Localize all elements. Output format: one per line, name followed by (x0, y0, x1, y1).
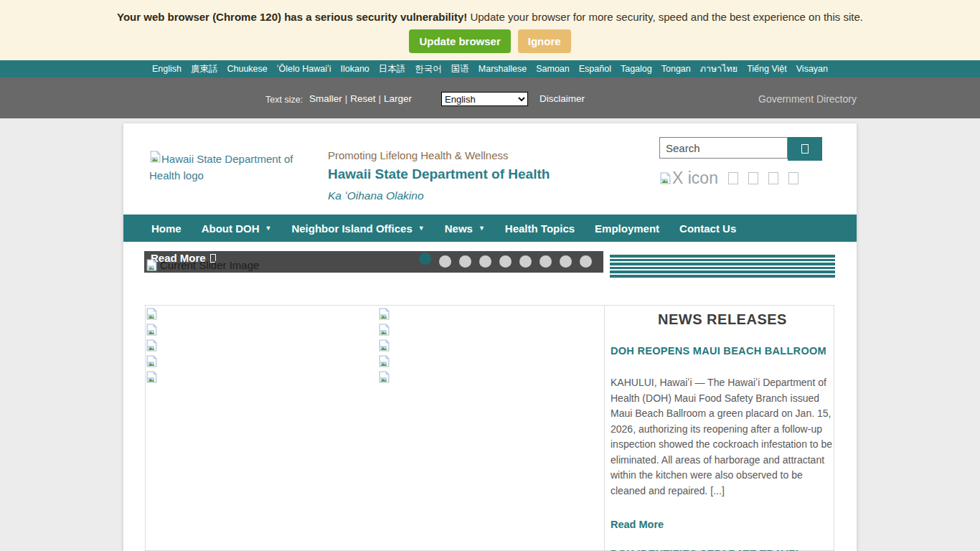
chevron-down-icon: ▼ (265, 225, 272, 232)
main-navigation-list: HomeAbout DOH▼Neighbor Island Offices▼Ne… (123, 215, 857, 242)
nav-item-label: Employment (595, 222, 659, 235)
site-subtitle: Ka ʻOihana Olakino (328, 189, 550, 202)
social-icon-placeholder[interactable] (748, 172, 758, 184)
stripes-decoration (610, 255, 835, 278)
language-link[interactable]: English (152, 64, 182, 74)
language-link[interactable]: Visayan (796, 64, 828, 74)
social-icon-placeholder[interactable] (768, 172, 778, 184)
content-box: NEWS RELEASES DOH REOPENS MAUI BEACH BAL… (145, 305, 834, 551)
slider-dot[interactable] (479, 255, 491, 268)
news-articles-container: DOH REOPENS MAUI BEACH BALLROOMKAHULUI, … (611, 344, 834, 551)
government-directory-link[interactable]: Government Directory (758, 93, 857, 105)
news-read-more-link[interactable]: Read More (611, 519, 664, 530)
broken-image-icon (378, 371, 390, 383)
slider-image-alt-text: Current Slider Image (160, 259, 259, 271)
language-select[interactable]: English (441, 92, 528, 106)
browser-warning-banner: Your web browser (Chrome 120) has a seri… (0, 0, 980, 60)
search-input[interactable] (659, 137, 788, 159)
language-link[interactable]: 한국어 (415, 63, 442, 75)
nav-item[interactable]: News▼ (445, 222, 485, 235)
nav-item[interactable]: Home (151, 222, 182, 235)
language-link[interactable]: 廣東話 (191, 63, 218, 75)
broken-image-icon (146, 355, 158, 367)
news-article-headline[interactable]: DOH REOPENS MAUI BEACH BALLROOM (611, 344, 834, 358)
browser-warning-bold-text: Your web browser (Chrome 120) has a seri… (117, 11, 467, 23)
image-slider: Read More Current Slider Image (144, 251, 603, 273)
slider-dot[interactable] (560, 255, 572, 268)
x-social-link[interactable]: X icon (672, 169, 718, 188)
language-link[interactable]: Tongan (661, 64, 691, 74)
news-article-body: KAHULUI, Hawaiʻi — The Hawaiʻi Departmen… (611, 375, 834, 499)
language-link[interactable]: Ilokano (341, 64, 369, 74)
slider-dots (419, 255, 592, 268)
gallery-column-1 (146, 308, 158, 383)
social-icon-placeholder[interactable] (728, 172, 738, 184)
social-links-row: X icon (659, 169, 798, 188)
language-link[interactable]: Samoan (536, 64, 570, 74)
slider-dot[interactable] (519, 255, 532, 268)
browser-warning-regular-text: Update your browser for more security, s… (470, 11, 863, 23)
nav-item[interactable]: Neighbor Island Offices▼ (291, 222, 424, 235)
news-releases-section: NEWS RELEASES DOH REOPENS MAUI BEACH BAL… (611, 306, 834, 551)
broken-image-icon (146, 308, 158, 320)
language-link[interactable]: 国语 (451, 63, 469, 75)
slider-dot-active[interactable] (419, 253, 431, 265)
logo-alt-text: Hawaii State Department of Health logo (149, 153, 293, 182)
separator: | (345, 93, 348, 104)
broken-image-icon (149, 151, 161, 163)
nav-item-label: Contact Us (679, 222, 736, 235)
text-size-smaller-link[interactable]: Smaller (309, 93, 342, 104)
nav-item-label: About DOH (202, 222, 260, 235)
main-navigation: HomeAbout DOH▼Neighbor Island Offices▼Ne… (123, 215, 857, 242)
broken-image-icon (146, 324, 158, 336)
slider-dot[interactable] (580, 255, 592, 268)
slider-broken-image: Current Slider Image (146, 259, 259, 271)
page: Your web browser (Chrome 120) has a seri… (0, 0, 980, 551)
content-divider (604, 306, 605, 551)
broken-image-icon (146, 259, 158, 271)
nav-item-label: News (445, 222, 473, 235)
site-logo-link[interactable]: Hawaii State Department of Health logo (149, 151, 301, 184)
nav-item[interactable]: Contact Us (679, 222, 736, 235)
news-article: DOH REOPENS MAUI BEACH BALLROOMKAHULUI, … (611, 344, 834, 531)
update-browser-button[interactable]: Update browser (409, 29, 510, 53)
search-button[interactable] (788, 137, 822, 161)
social-icon-placeholder[interactable] (788, 172, 798, 184)
news-article-headline[interactable]: DOH IDENTIFIES SEPARATE TRAVEL- (611, 547, 834, 551)
broken-image-icon (659, 172, 672, 184)
language-link[interactable]: Tiếng Việt (747, 64, 787, 74)
language-link[interactable]: Tagalog (621, 64, 652, 74)
broken-image-icon (378, 355, 390, 367)
text-size-reset-link[interactable]: Reset (350, 93, 375, 104)
nav-item[interactable]: About DOH▼ (202, 222, 272, 235)
search-box (659, 137, 822, 161)
slider-dot[interactable] (540, 255, 552, 268)
language-link[interactable]: ภาษาไทย (700, 62, 738, 76)
slider-dot[interactable] (499, 255, 512, 268)
language-link[interactable]: Marshallese (479, 64, 527, 74)
disclaimer-link[interactable]: Disclaimer (540, 93, 585, 104)
utility-bar: Text size: Smaller|Reset|Larger English … (0, 77, 980, 118)
language-link[interactable]: Chuukese (227, 64, 267, 74)
slider-dot[interactable] (459, 255, 471, 268)
nav-item[interactable]: Employment (595, 222, 659, 235)
slider-dot[interactable] (439, 255, 451, 268)
chevron-down-icon: ▼ (418, 225, 425, 232)
nav-item[interactable]: Health Topics (505, 222, 575, 235)
language-link[interactable]: Español (579, 64, 611, 74)
nav-item-label: Health Topics (505, 222, 575, 235)
broken-image-icon (378, 308, 390, 320)
language-bar-list: English廣東話ChuukeseʻŌlelo HawaiʻiIlokano日… (0, 60, 980, 77)
news-article: DOH IDENTIFIES SEPARATE TRAVEL- (611, 547, 834, 551)
text-size-larger-link[interactable]: Larger (384, 93, 412, 104)
site-title-block: Promoting Lifelong Health & Wellness Haw… (328, 149, 550, 202)
separator: | (379, 93, 382, 104)
broken-image-icon (378, 339, 390, 352)
broken-image-icon (146, 339, 158, 352)
nav-item-label: Neighbor Island Offices (291, 222, 412, 235)
ignore-button[interactable]: Ignore (518, 29, 571, 53)
language-link[interactable]: 日本語 (379, 63, 406, 75)
broken-image-icon (146, 371, 158, 383)
language-link[interactable]: ʻŌlelo Hawaiʻi (277, 64, 331, 74)
site-title: Hawaii State Department of Health (328, 166, 550, 182)
